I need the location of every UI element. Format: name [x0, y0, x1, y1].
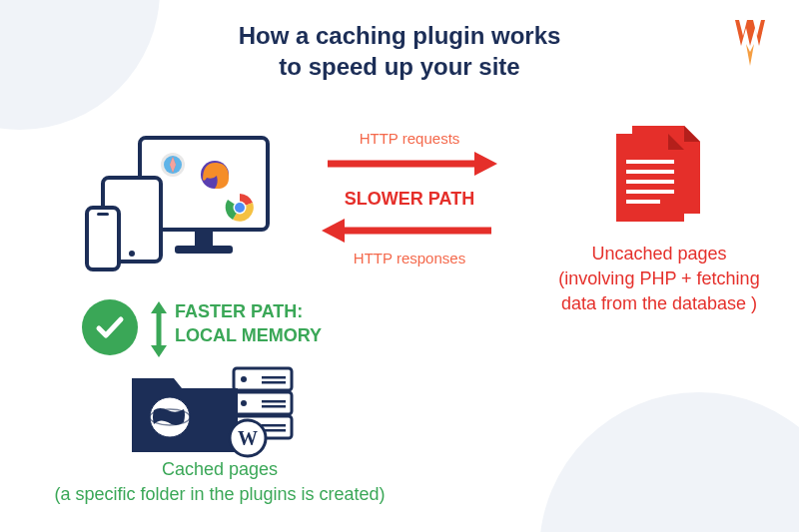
cached-pages-text: Cached pages (a specific folder in the p… — [20, 457, 419, 507]
svg-rect-1 — [195, 230, 213, 246]
svg-rect-37 — [262, 424, 286, 427]
svg-point-28 — [241, 376, 247, 382]
uncached-line-3: data from the database ) — [561, 293, 757, 313]
arrow-right-icon — [320, 149, 499, 179]
arrow-left-icon — [320, 216, 499, 246]
up-down-arrow-icon — [148, 301, 170, 357]
uncached-line-1: Uncached pages — [591, 244, 726, 264]
check-badge — [82, 299, 138, 355]
slower-path-label: SLOWER PATH — [310, 189, 509, 210]
checkmark-icon — [93, 310, 127, 344]
folder-server-icon: W — [126, 362, 306, 460]
http-requests-label: HTTP requests — [310, 130, 509, 147]
svg-rect-33 — [262, 400, 286, 403]
svg-rect-14 — [97, 213, 109, 216]
devices-cluster — [85, 130, 275, 283]
svg-point-10 — [235, 203, 245, 213]
cached-line-2: (a specific folder in the plugins is cre… — [54, 484, 385, 504]
document-stack-icon — [604, 120, 714, 230]
svg-point-12 — [129, 251, 135, 257]
svg-rect-29 — [262, 376, 286, 379]
faster-path-line-1: FASTER PATH: — [175, 301, 303, 321]
svg-marker-26 — [151, 345, 167, 357]
svg-rect-23 — [626, 200, 660, 204]
svg-rect-21 — [626, 180, 674, 184]
svg-rect-20 — [626, 170, 674, 174]
uncached-pages-text: Uncached pages (involving PHP + fetching… — [534, 242, 784, 317]
title-line-2: to speed up your site — [279, 53, 519, 80]
bidirectional-arrow — [148, 301, 170, 361]
svg-marker-25 — [151, 301, 167, 313]
uncached-line-2: (involving PHP + fetching — [558, 268, 759, 288]
diagram-title: How a caching plugin works to speed up y… — [0, 20, 799, 82]
cached-storage-block: W — [126, 362, 306, 464]
svg-marker-18 — [322, 219, 345, 243]
faster-path-line-2: LOCAL MEMORY — [175, 325, 322, 345]
http-path-block: HTTP requests SLOWER PATH HTTP responses — [310, 130, 509, 268]
svg-rect-34 — [262, 405, 286, 408]
uncached-pages-block: Uncached pages (involving PHP + fetching… — [534, 120, 784, 317]
svg-rect-30 — [262, 381, 286, 384]
cached-line-1: Cached pages — [162, 459, 278, 479]
http-responses-label: HTTP responses — [310, 250, 509, 266]
svg-rect-19 — [626, 160, 674, 164]
svg-rect-22 — [626, 190, 674, 194]
svg-rect-13 — [87, 208, 119, 269]
title-line-1: How a caching plugin works — [239, 22, 561, 49]
svg-marker-16 — [474, 152, 497, 176]
svg-rect-2 — [175, 246, 233, 254]
svg-point-32 — [241, 400, 247, 406]
faster-path-label: FASTER PATH: LOCAL MEMORY — [175, 299, 322, 348]
bg-circle-bottom-right — [539, 392, 799, 532]
svg-text:W: W — [238, 427, 258, 449]
